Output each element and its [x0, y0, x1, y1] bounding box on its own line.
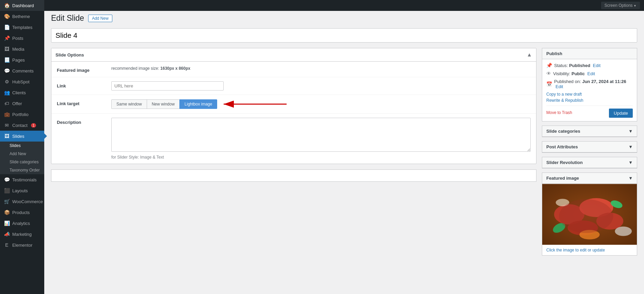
publish-box: Publish 📌 Status: Published Edit 👁	[542, 48, 637, 121]
submenu-taxonomy-order[interactable]: Taxonomy Order	[0, 166, 44, 174]
visibility-value: Public	[571, 71, 585, 76]
content-main: Slide Options ▲ Featured image recommend…	[51, 48, 536, 182]
slide-categories-header: Slide categories ▼	[542, 126, 637, 137]
media-icon: 🖼	[4, 46, 10, 52]
published-date: Jun 27, 2024 at 11:26	[582, 79, 626, 84]
sidebar-item-portfolio[interactable]: 💼 Portfolio	[0, 109, 44, 120]
submenu-taxonomy-label: Taxonomy Order	[10, 168, 40, 173]
sidebar-item-pages[interactable]: 📃 Pages	[0, 54, 44, 65]
sidebar-item-layouts[interactable]: ⬛ Layouts	[0, 185, 44, 196]
submenu-slide-categories[interactable]: Slide categories	[0, 158, 44, 166]
bottom-toolbar	[51, 169, 536, 182]
new-window-button[interactable]: New window	[147, 99, 180, 109]
sidebar-label-templates: Templates	[12, 25, 32, 30]
sidebar-label-offer: Offer	[12, 101, 22, 106]
sidebar-label-pages: Pages	[12, 58, 25, 63]
analytics-icon: 📊	[4, 220, 10, 226]
link-target-row: Link target Same window New window Light…	[51, 95, 536, 114]
sidebar-item-posts[interactable]: 📌 Posts	[0, 33, 44, 44]
featured-image-box-toggle[interactable]: ▼	[628, 176, 633, 181]
featured-image-caption[interactable]: Click the image to edit or update	[542, 245, 637, 255]
sidebar-item-dashboard[interactable]: 🏠 Dashboard	[0, 0, 44, 11]
svg-point-10	[615, 227, 632, 236]
metabox-toggle[interactable]: ▲	[527, 52, 532, 58]
description-textarea[interactable]	[111, 118, 531, 152]
sidebar-label-posts: Posts	[12, 36, 23, 41]
sidebar-item-comments[interactable]: 💬 Comments	[0, 65, 44, 76]
sidebar-item-contact[interactable]: ✉ Contact 1	[0, 120, 44, 131]
visibility-icon: 👁	[546, 71, 551, 76]
link-target-buttons: Same window New window Lightbox image	[111, 99, 217, 109]
sidebar-item-elementor[interactable]: E Elementor	[0, 240, 44, 250]
main-content: Screen Options Edit Slide Add New Slide …	[44, 0, 644, 294]
clients-icon: 👥	[4, 90, 10, 95]
sidebar-item-woocommerce[interactable]: 🛒 WooCommerce	[0, 196, 44, 207]
sidebar-item-hubspot[interactable]: ⚙ HubSpot	[0, 76, 44, 87]
published-icon: 📅	[546, 81, 552, 87]
betheme-icon: 🎨	[4, 14, 10, 19]
slider-revolution-toggle[interactable]: ▼	[628, 160, 633, 165]
content-grid: Slide Options ▲ Featured image recommend…	[51, 48, 637, 260]
sidebar-item-templates[interactable]: 📄 Templates	[0, 22, 44, 33]
status-edit-link[interactable]: Edit	[593, 63, 600, 68]
portfolio-icon: 💼	[4, 112, 10, 117]
sidebar-label-dashboard: Dashboard	[12, 3, 34, 8]
sidebar-label-media: Media	[12, 47, 24, 52]
sidebar-label-slides: Slides	[12, 134, 24, 139]
published-edit-link[interactable]: Edit	[556, 84, 563, 89]
hubspot-icon: ⚙	[4, 79, 10, 84]
submenu-slides[interactable]: Slides	[0, 142, 44, 150]
url-input[interactable]	[111, 81, 224, 91]
description-hint: for Slider Style: Image & Text	[111, 155, 531, 160]
screen-options-button[interactable]: Screen Options	[601, 2, 640, 9]
status-label: Status: Published Edit	[554, 63, 600, 68]
visibility-edit-link[interactable]: Edit	[587, 71, 595, 76]
publish-body: 📌 Status: Published Edit 👁 Visibility: P…	[542, 59, 637, 121]
annotation-arrow	[220, 99, 288, 109]
sidebar-item-products[interactable]: 📦 Products	[0, 207, 44, 218]
sidebar-label-layouts: Layouts	[12, 188, 28, 193]
sidebar-item-slides[interactable]: 🖼 Slides	[0, 131, 44, 142]
rewrite-republish-link[interactable]: Rewrite & Republish	[546, 98, 633, 103]
move-trash-link[interactable]: Move to Trash	[546, 110, 572, 115]
link-content	[111, 81, 531, 91]
status-icon: 📌	[546, 63, 552, 68]
slider-revolution-header: Slider Revolution ▼	[542, 157, 637, 168]
sidebar-label-marketing: Marketing	[12, 232, 32, 237]
featured-image-label: Featured image	[57, 66, 111, 73]
link-target-content: Same window New window Lightbox image	[111, 99, 531, 109]
slide-options-metabox: Slide Options ▲ Featured image recommend…	[51, 48, 536, 164]
slide-title-input[interactable]	[51, 28, 637, 43]
sidebar-item-betheme[interactable]: 🎨 Betheme	[0, 11, 44, 22]
copy-draft-link[interactable]: Copy to a new draft	[546, 92, 633, 97]
slide-categories-toggle[interactable]: ▼	[628, 129, 633, 134]
submenu-add-new[interactable]: Add New	[0, 150, 44, 158]
add-new-button[interactable]: Add New	[88, 15, 112, 22]
featured-image-box-title: Featured image	[546, 176, 579, 181]
sidebar-item-testimonials[interactable]: 💬 Testimonials	[0, 174, 44, 185]
featured-image-svg[interactable]	[542, 184, 637, 245]
same-window-button[interactable]: Same window	[111, 99, 147, 109]
status-row: 📌 Status: Published Edit	[546, 63, 633, 68]
published-row: 📅 Published on: Jun 27, 2024 at 11:26 Ed…	[546, 79, 633, 89]
testimonials-icon: 💬	[4, 177, 10, 182]
contact-badge: 1	[31, 123, 36, 128]
featured-image-box-header: Featured image ▼	[542, 173, 637, 184]
sidebar-item-media[interactable]: 🖼 Media	[0, 44, 44, 54]
post-attributes-header: Post Attributes ▼	[542, 142, 637, 152]
sidebar-item-offer[interactable]: 🏷 Offer	[0, 98, 44, 109]
description-content: for Slider Style: Image & Text	[111, 118, 531, 160]
sidebar-item-clients[interactable]: 👥 Clients	[0, 87, 44, 98]
metabox-title: Slide Options	[55, 52, 84, 58]
metabox-header: Slide Options ▲	[51, 48, 536, 62]
sidebar-item-marketing[interactable]: 📣 Marketing	[0, 229, 44, 240]
post-attributes-toggle[interactable]: ▼	[628, 144, 633, 149]
update-button[interactable]: Update	[609, 109, 633, 118]
post-attributes-box: Post Attributes ▼	[542, 141, 637, 153]
lightbox-image-button[interactable]: Lightbox image	[179, 99, 217, 109]
link-target-label: Link target	[57, 99, 111, 106]
post-attributes-title: Post Attributes	[546, 144, 578, 149]
publish-actions: Move to Trash Update	[546, 105, 633, 118]
sidebar-item-analytics[interactable]: 📊 Analytics	[0, 218, 44, 229]
link-row: Link	[51, 77, 536, 95]
